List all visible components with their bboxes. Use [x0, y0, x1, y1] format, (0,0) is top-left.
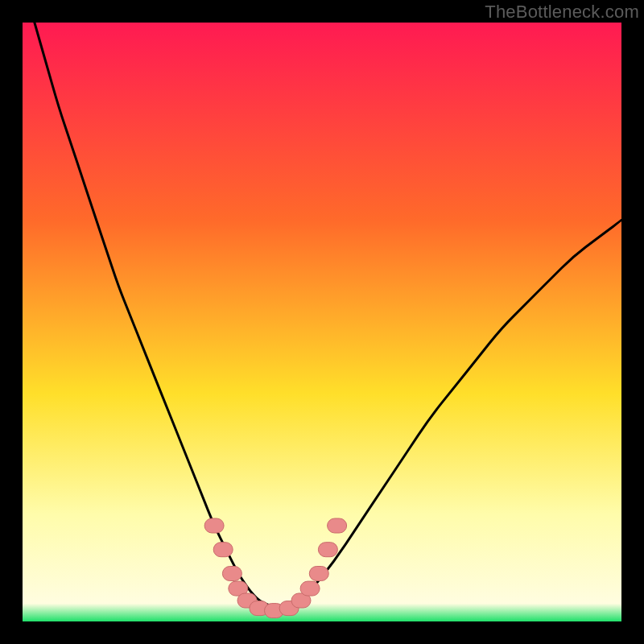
watermark-text: TheBottleneck.com	[485, 2, 639, 23]
curve-marker	[318, 543, 337, 557]
curve-marker	[213, 543, 233, 557]
curve-marker	[222, 567, 242, 581]
curve-markers	[204, 518, 347, 618]
curve-marker	[309, 567, 328, 581]
chart-frame: TheBottleneck.com	[0, 0, 644, 644]
plot-area	[23, 23, 621, 621]
curve-marker	[204, 518, 224, 533]
bottleneck-curve	[23, 23, 621, 621]
curve-marker	[328, 518, 347, 533]
curve-marker	[300, 581, 320, 596]
